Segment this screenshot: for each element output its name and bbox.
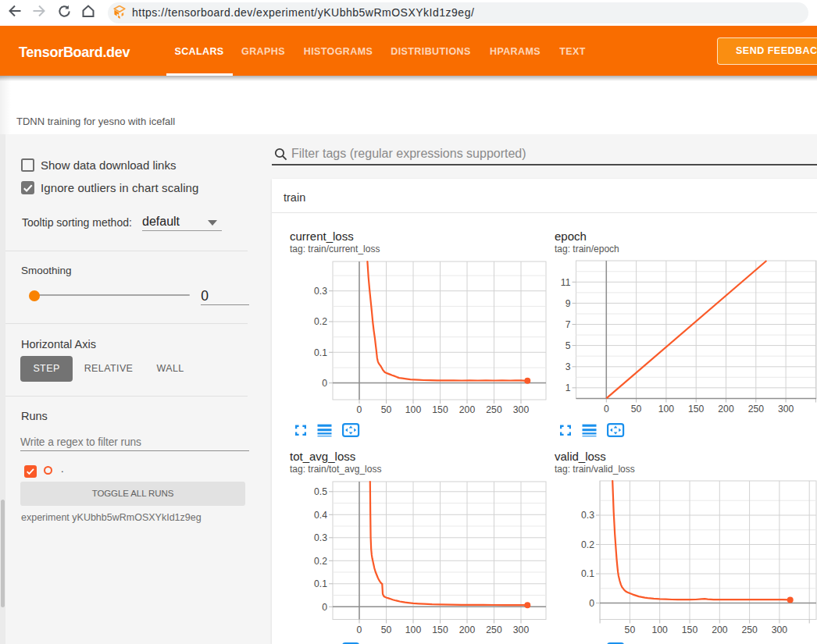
svg-text:150: 150 [432, 404, 448, 414]
svg-text:50: 50 [625, 624, 636, 635]
svg-text:0.1: 0.1 [581, 568, 594, 579]
svg-text:1: 1 [565, 382, 571, 393]
svg-text:0: 0 [322, 378, 327, 389]
svg-text:0.2: 0.2 [314, 556, 327, 567]
svg-text:100: 100 [405, 404, 422, 414]
svg-text:150: 150 [432, 624, 448, 635]
svg-text:200: 200 [712, 624, 728, 635]
svg-text:0: 0 [322, 602, 327, 613]
svg-text:150: 150 [688, 404, 705, 414]
svg-text:300: 300 [513, 404, 530, 414]
svg-text:3: 3 [565, 361, 571, 372]
svg-text:0: 0 [357, 624, 362, 635]
svg-text:0: 0 [589, 598, 594, 609]
svg-text:50: 50 [381, 404, 392, 414]
svg-text:0.5: 0.5 [314, 486, 327, 497]
svg-text:100: 100 [405, 624, 422, 635]
svg-text:200: 200 [459, 624, 476, 635]
svg-text:200: 200 [459, 404, 476, 414]
svg-text:50: 50 [381, 624, 392, 635]
svg-text:150: 150 [682, 624, 698, 635]
svg-text:5: 5 [565, 340, 571, 351]
svg-text:0: 0 [604, 404, 609, 414]
svg-text:250: 250 [486, 404, 502, 414]
svg-text:250: 250 [741, 624, 758, 635]
svg-text:100: 100 [658, 404, 675, 414]
svg-text:0.4: 0.4 [314, 510, 327, 521]
svg-text:0.3: 0.3 [314, 532, 327, 543]
svg-text:9: 9 [565, 298, 571, 309]
svg-text:250: 250 [748, 404, 765, 414]
svg-text:0.3: 0.3 [581, 510, 594, 521]
svg-text:11: 11 [561, 277, 571, 288]
svg-text:50: 50 [631, 404, 642, 414]
svg-text:0: 0 [357, 404, 362, 414]
svg-text:0.1: 0.1 [314, 347, 327, 358]
svg-text:200: 200 [718, 404, 734, 414]
svg-text:0.2: 0.2 [314, 316, 327, 327]
svg-text:0.3: 0.3 [314, 286, 327, 297]
svg-text:300: 300 [513, 624, 530, 635]
svg-text:300: 300 [772, 624, 788, 635]
svg-text:300: 300 [778, 404, 794, 414]
svg-text:100: 100 [652, 624, 669, 635]
svg-text:250: 250 [486, 624, 502, 635]
svg-text:0.1: 0.1 [314, 578, 327, 589]
svg-text:0.2: 0.2 [581, 539, 594, 550]
svg-text:7: 7 [565, 319, 571, 330]
